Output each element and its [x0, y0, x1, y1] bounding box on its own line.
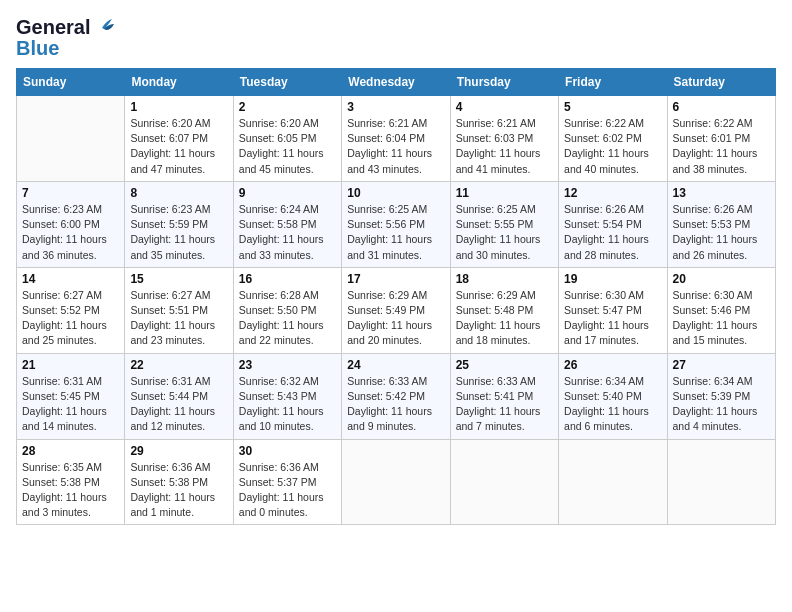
day-number: 9 — [239, 186, 336, 200]
day-info: Sunrise: 6:31 AM Sunset: 5:45 PM Dayligh… — [22, 374, 119, 435]
day-number: 19 — [564, 272, 661, 286]
day-info: Sunrise: 6:25 AM Sunset: 5:56 PM Dayligh… — [347, 202, 444, 263]
calendar-cell — [667, 439, 775, 525]
calendar-cell: 16Sunrise: 6:28 AM Sunset: 5:50 PM Dayli… — [233, 267, 341, 353]
col-header-thursday: Thursday — [450, 69, 558, 96]
day-number: 25 — [456, 358, 553, 372]
calendar-cell: 11Sunrise: 6:25 AM Sunset: 5:55 PM Dayli… — [450, 181, 558, 267]
day-number: 7 — [22, 186, 119, 200]
calendar-cell: 7Sunrise: 6:23 AM Sunset: 6:00 PM Daylig… — [17, 181, 125, 267]
calendar-cell: 25Sunrise: 6:33 AM Sunset: 5:41 PM Dayli… — [450, 353, 558, 439]
day-number: 6 — [673, 100, 770, 114]
col-header-tuesday: Tuesday — [233, 69, 341, 96]
bird-icon — [92, 19, 114, 37]
calendar-cell: 9Sunrise: 6:24 AM Sunset: 5:58 PM Daylig… — [233, 181, 341, 267]
calendar-cell: 1Sunrise: 6:20 AM Sunset: 6:07 PM Daylig… — [125, 96, 233, 182]
day-number: 3 — [347, 100, 444, 114]
calendar-cell: 17Sunrise: 6:29 AM Sunset: 5:49 PM Dayli… — [342, 267, 450, 353]
day-info: Sunrise: 6:26 AM Sunset: 5:54 PM Dayligh… — [564, 202, 661, 263]
col-header-saturday: Saturday — [667, 69, 775, 96]
calendar-cell: 28Sunrise: 6:35 AM Sunset: 5:38 PM Dayli… — [17, 439, 125, 525]
day-info: Sunrise: 6:36 AM Sunset: 5:38 PM Dayligh… — [130, 460, 227, 521]
day-number: 27 — [673, 358, 770, 372]
day-number: 29 — [130, 444, 227, 458]
col-header-wednesday: Wednesday — [342, 69, 450, 96]
day-number: 12 — [564, 186, 661, 200]
day-number: 18 — [456, 272, 553, 286]
day-info: Sunrise: 6:32 AM Sunset: 5:43 PM Dayligh… — [239, 374, 336, 435]
day-number: 20 — [673, 272, 770, 286]
day-info: Sunrise: 6:21 AM Sunset: 6:03 PM Dayligh… — [456, 116, 553, 177]
calendar-cell: 26Sunrise: 6:34 AM Sunset: 5:40 PM Dayli… — [559, 353, 667, 439]
day-number: 26 — [564, 358, 661, 372]
day-number: 14 — [22, 272, 119, 286]
calendar-cell: 29Sunrise: 6:36 AM Sunset: 5:38 PM Dayli… — [125, 439, 233, 525]
calendar-cell: 21Sunrise: 6:31 AM Sunset: 5:45 PM Dayli… — [17, 353, 125, 439]
day-info: Sunrise: 6:35 AM Sunset: 5:38 PM Dayligh… — [22, 460, 119, 521]
day-number: 2 — [239, 100, 336, 114]
calendar-cell — [342, 439, 450, 525]
day-info: Sunrise: 6:31 AM Sunset: 5:44 PM Dayligh… — [130, 374, 227, 435]
day-number: 10 — [347, 186, 444, 200]
page-header: General Blue — [16, 16, 776, 60]
logo-general: General — [16, 16, 90, 39]
day-info: Sunrise: 6:23 AM Sunset: 5:59 PM Dayligh… — [130, 202, 227, 263]
calendar-cell: 27Sunrise: 6:34 AM Sunset: 5:39 PM Dayli… — [667, 353, 775, 439]
calendar-cell: 6Sunrise: 6:22 AM Sunset: 6:01 PM Daylig… — [667, 96, 775, 182]
calendar-cell: 30Sunrise: 6:36 AM Sunset: 5:37 PM Dayli… — [233, 439, 341, 525]
day-number: 17 — [347, 272, 444, 286]
day-info: Sunrise: 6:30 AM Sunset: 5:46 PM Dayligh… — [673, 288, 770, 349]
day-info: Sunrise: 6:23 AM Sunset: 6:00 PM Dayligh… — [22, 202, 119, 263]
day-info: Sunrise: 6:36 AM Sunset: 5:37 PM Dayligh… — [239, 460, 336, 521]
day-number: 23 — [239, 358, 336, 372]
day-number: 28 — [22, 444, 119, 458]
col-header-monday: Monday — [125, 69, 233, 96]
logo-container: General — [16, 16, 114, 39]
calendar-cell — [559, 439, 667, 525]
day-number: 5 — [564, 100, 661, 114]
day-number: 4 — [456, 100, 553, 114]
day-info: Sunrise: 6:26 AM Sunset: 5:53 PM Dayligh… — [673, 202, 770, 263]
calendar-cell: 14Sunrise: 6:27 AM Sunset: 5:52 PM Dayli… — [17, 267, 125, 353]
day-info: Sunrise: 6:34 AM Sunset: 5:39 PM Dayligh… — [673, 374, 770, 435]
calendar-cell: 4Sunrise: 6:21 AM Sunset: 6:03 PM Daylig… — [450, 96, 558, 182]
day-number: 1 — [130, 100, 227, 114]
day-number: 15 — [130, 272, 227, 286]
calendar-cell: 2Sunrise: 6:20 AM Sunset: 6:05 PM Daylig… — [233, 96, 341, 182]
col-header-sunday: Sunday — [17, 69, 125, 96]
calendar-cell: 15Sunrise: 6:27 AM Sunset: 5:51 PM Dayli… — [125, 267, 233, 353]
day-info: Sunrise: 6:22 AM Sunset: 6:01 PM Dayligh… — [673, 116, 770, 177]
calendar-cell: 22Sunrise: 6:31 AM Sunset: 5:44 PM Dayli… — [125, 353, 233, 439]
day-number: 24 — [347, 358, 444, 372]
day-info: Sunrise: 6:29 AM Sunset: 5:48 PM Dayligh… — [456, 288, 553, 349]
day-info: Sunrise: 6:24 AM Sunset: 5:58 PM Dayligh… — [239, 202, 336, 263]
day-info: Sunrise: 6:30 AM Sunset: 5:47 PM Dayligh… — [564, 288, 661, 349]
day-number: 8 — [130, 186, 227, 200]
calendar-cell: 5Sunrise: 6:22 AM Sunset: 6:02 PM Daylig… — [559, 96, 667, 182]
day-info: Sunrise: 6:27 AM Sunset: 5:52 PM Dayligh… — [22, 288, 119, 349]
calendar-cell: 24Sunrise: 6:33 AM Sunset: 5:42 PM Dayli… — [342, 353, 450, 439]
calendar-cell: 19Sunrise: 6:30 AM Sunset: 5:47 PM Dayli… — [559, 267, 667, 353]
day-info: Sunrise: 6:33 AM Sunset: 5:42 PM Dayligh… — [347, 374, 444, 435]
day-info: Sunrise: 6:27 AM Sunset: 5:51 PM Dayligh… — [130, 288, 227, 349]
calendar-cell: 3Sunrise: 6:21 AM Sunset: 6:04 PM Daylig… — [342, 96, 450, 182]
day-info: Sunrise: 6:21 AM Sunset: 6:04 PM Dayligh… — [347, 116, 444, 177]
day-info: Sunrise: 6:28 AM Sunset: 5:50 PM Dayligh… — [239, 288, 336, 349]
calendar-table: SundayMondayTuesdayWednesdayThursdayFrid… — [16, 68, 776, 525]
day-number: 22 — [130, 358, 227, 372]
calendar-cell: 12Sunrise: 6:26 AM Sunset: 5:54 PM Dayli… — [559, 181, 667, 267]
calendar-cell: 18Sunrise: 6:29 AM Sunset: 5:48 PM Dayli… — [450, 267, 558, 353]
day-info: Sunrise: 6:29 AM Sunset: 5:49 PM Dayligh… — [347, 288, 444, 349]
day-info: Sunrise: 6:25 AM Sunset: 5:55 PM Dayligh… — [456, 202, 553, 263]
logo: General Blue — [16, 16, 114, 60]
calendar-cell: 10Sunrise: 6:25 AM Sunset: 5:56 PM Dayli… — [342, 181, 450, 267]
day-info: Sunrise: 6:33 AM Sunset: 5:41 PM Dayligh… — [456, 374, 553, 435]
day-info: Sunrise: 6:22 AM Sunset: 6:02 PM Dayligh… — [564, 116, 661, 177]
day-number: 11 — [456, 186, 553, 200]
day-number: 16 — [239, 272, 336, 286]
day-info: Sunrise: 6:20 AM Sunset: 6:07 PM Dayligh… — [130, 116, 227, 177]
calendar-cell — [17, 96, 125, 182]
calendar-cell — [450, 439, 558, 525]
col-header-friday: Friday — [559, 69, 667, 96]
day-info: Sunrise: 6:20 AM Sunset: 6:05 PM Dayligh… — [239, 116, 336, 177]
